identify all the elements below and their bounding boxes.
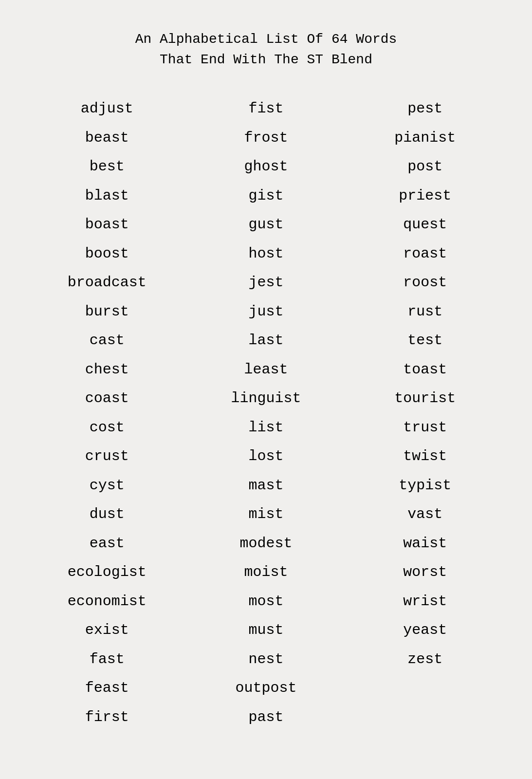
- word-cell: post: [346, 152, 505, 182]
- word-cell: trust: [346, 413, 505, 443]
- word-cell: first: [28, 703, 187, 732]
- word-cell: last: [186, 326, 346, 355]
- header-line2: That End With The ST Blend: [135, 50, 397, 70]
- word-cell: feast: [28, 674, 187, 703]
- word-cell: lost: [186, 442, 346, 471]
- word-cell: tourist: [346, 384, 505, 413]
- word-cell: ghost: [186, 152, 346, 182]
- word-cell: worst: [346, 558, 505, 587]
- word-cell: most: [186, 587, 346, 616]
- word-cell: host: [186, 240, 346, 269]
- word-cell: blast: [28, 182, 187, 211]
- word-cell: broadcast: [28, 268, 187, 297]
- word-cell: typist: [346, 471, 505, 501]
- word-cell: cost: [28, 413, 187, 443]
- word-cell: priest: [346, 182, 505, 211]
- page-header: An Alphabetical List Of 64 Words That En…: [135, 29, 397, 70]
- word-cell: mast: [186, 471, 346, 501]
- word-cell: economist: [28, 587, 187, 616]
- word-cell: frost: [186, 124, 346, 153]
- header-line1: An Alphabetical List Of 64 Words: [135, 29, 397, 50]
- word-cell: coast: [28, 384, 187, 413]
- word-cell: nest: [186, 645, 346, 674]
- word-cell: waist: [346, 529, 505, 558]
- word-cell: fast: [28, 645, 187, 674]
- word-grid: adjustfistpestbeastfrostpianistbestghost…: [28, 94, 505, 732]
- word-cell: rust: [346, 297, 505, 327]
- word-cell: jest: [186, 268, 346, 297]
- word-cell: wrist: [346, 587, 505, 616]
- word-cell: pianist: [346, 124, 505, 153]
- word-cell: mist: [186, 500, 346, 529]
- word-cell: cyst: [28, 471, 187, 501]
- word-cell: moist: [186, 558, 346, 587]
- word-cell: burst: [28, 297, 187, 327]
- word-cell: linguist: [186, 384, 346, 413]
- word-cell: zest: [346, 645, 505, 674]
- word-cell: must: [186, 616, 346, 645]
- word-cell: outpost: [186, 674, 346, 703]
- word-cell: crust: [28, 442, 187, 471]
- word-cell: pest: [346, 94, 505, 124]
- word-cell: list: [186, 413, 346, 443]
- word-cell: chest: [28, 355, 187, 385]
- word-cell: yeast: [346, 616, 505, 645]
- word-cell: cast: [28, 326, 187, 355]
- word-cell: boast: [28, 210, 187, 240]
- word-cell: fist: [186, 94, 346, 124]
- word-cell: dust: [28, 500, 187, 529]
- word-cell: exist: [28, 616, 187, 645]
- word-cell: beast: [28, 124, 187, 153]
- word-cell: roast: [346, 240, 505, 269]
- word-cell: toast: [346, 355, 505, 385]
- word-cell: past: [186, 703, 346, 732]
- word-cell: gist: [186, 182, 346, 211]
- word-cell: roost: [346, 268, 505, 297]
- word-cell: ecologist: [28, 558, 187, 587]
- word-cell: vast: [346, 500, 505, 529]
- word-cell: quest: [346, 210, 505, 240]
- word-cell: boost: [28, 240, 187, 269]
- word-cell: least: [186, 355, 346, 385]
- word-cell: east: [28, 529, 187, 558]
- word-cell: twist: [346, 442, 505, 471]
- word-cell: best: [28, 152, 187, 182]
- word-cell: modest: [186, 529, 346, 558]
- word-cell: just: [186, 297, 346, 327]
- word-cell: test: [346, 326, 505, 355]
- word-cell: adjust: [28, 94, 187, 124]
- word-cell: gust: [186, 210, 346, 240]
